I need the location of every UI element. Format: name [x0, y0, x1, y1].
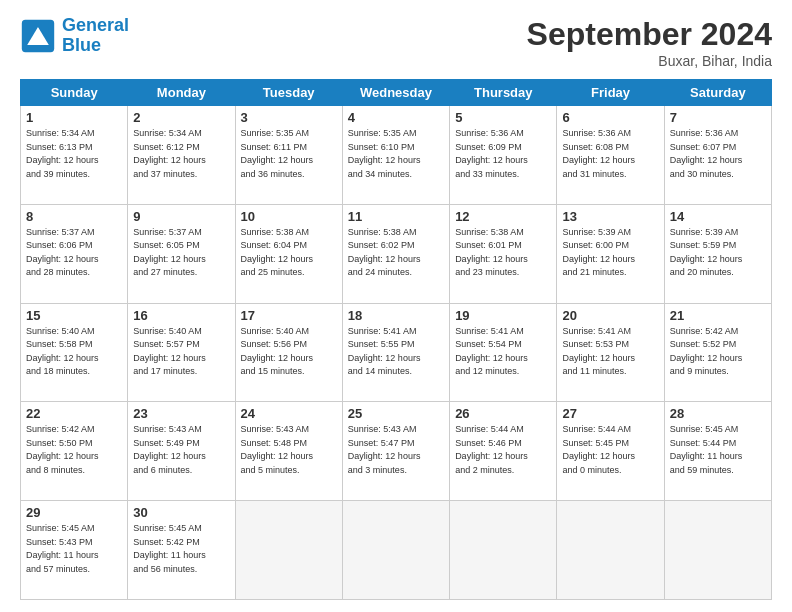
day-number: 15 [26, 308, 122, 323]
logo-icon [20, 18, 56, 54]
day-number: 2 [133, 110, 229, 125]
day-number: 8 [26, 209, 122, 224]
calendar-cell: 17Sunrise: 5:40 AM Sunset: 5:56 PM Dayli… [235, 303, 342, 402]
calendar-cell: 20Sunrise: 5:41 AM Sunset: 5:53 PM Dayli… [557, 303, 664, 402]
calendar: Sunday Monday Tuesday Wednesday Thursday… [20, 79, 772, 600]
day-number: 21 [670, 308, 766, 323]
day-info: Sunrise: 5:44 AM Sunset: 5:46 PM Dayligh… [455, 423, 551, 477]
col-tuesday: Tuesday [235, 80, 342, 106]
calendar-cell: 8Sunrise: 5:37 AM Sunset: 6:06 PM Daylig… [21, 204, 128, 303]
day-number: 26 [455, 406, 551, 421]
page: General Blue September 2024 Buxar, Bihar… [0, 0, 792, 612]
logo-text: General Blue [62, 16, 129, 56]
day-info: Sunrise: 5:43 AM Sunset: 5:48 PM Dayligh… [241, 423, 337, 477]
calendar-cell [342, 501, 449, 600]
day-number: 12 [455, 209, 551, 224]
day-number: 18 [348, 308, 444, 323]
day-info: Sunrise: 5:36 AM Sunset: 6:07 PM Dayligh… [670, 127, 766, 181]
calendar-cell: 7Sunrise: 5:36 AM Sunset: 6:07 PM Daylig… [664, 106, 771, 205]
day-number: 30 [133, 505, 229, 520]
day-info: Sunrise: 5:38 AM Sunset: 6:02 PM Dayligh… [348, 226, 444, 280]
col-thursday: Thursday [450, 80, 557, 106]
day-info: Sunrise: 5:36 AM Sunset: 6:09 PM Dayligh… [455, 127, 551, 181]
day-info: Sunrise: 5:42 AM Sunset: 5:50 PM Dayligh… [26, 423, 122, 477]
calendar-cell: 14Sunrise: 5:39 AM Sunset: 5:59 PM Dayli… [664, 204, 771, 303]
day-info: Sunrise: 5:41 AM Sunset: 5:54 PM Dayligh… [455, 325, 551, 379]
calendar-cell: 27Sunrise: 5:44 AM Sunset: 5:45 PM Dayli… [557, 402, 664, 501]
day-number: 25 [348, 406, 444, 421]
calendar-cell: 19Sunrise: 5:41 AM Sunset: 5:54 PM Dayli… [450, 303, 557, 402]
calendar-cell [557, 501, 664, 600]
day-info: Sunrise: 5:39 AM Sunset: 6:00 PM Dayligh… [562, 226, 658, 280]
day-info: Sunrise: 5:43 AM Sunset: 5:49 PM Dayligh… [133, 423, 229, 477]
day-number: 28 [670, 406, 766, 421]
day-info: Sunrise: 5:44 AM Sunset: 5:45 PM Dayligh… [562, 423, 658, 477]
day-info: Sunrise: 5:40 AM Sunset: 5:57 PM Dayligh… [133, 325, 229, 379]
calendar-cell: 26Sunrise: 5:44 AM Sunset: 5:46 PM Dayli… [450, 402, 557, 501]
day-number: 4 [348, 110, 444, 125]
day-number: 9 [133, 209, 229, 224]
day-info: Sunrise: 5:34 AM Sunset: 6:13 PM Dayligh… [26, 127, 122, 181]
calendar-week-row: 29Sunrise: 5:45 AM Sunset: 5:43 PM Dayli… [21, 501, 772, 600]
day-number: 13 [562, 209, 658, 224]
day-info: Sunrise: 5:41 AM Sunset: 5:53 PM Dayligh… [562, 325, 658, 379]
day-number: 22 [26, 406, 122, 421]
day-number: 29 [26, 505, 122, 520]
day-number: 23 [133, 406, 229, 421]
day-number: 3 [241, 110, 337, 125]
month-title: September 2024 [527, 16, 772, 53]
calendar-cell: 22Sunrise: 5:42 AM Sunset: 5:50 PM Dayli… [21, 402, 128, 501]
day-number: 10 [241, 209, 337, 224]
calendar-cell: 6Sunrise: 5:36 AM Sunset: 6:08 PM Daylig… [557, 106, 664, 205]
day-number: 14 [670, 209, 766, 224]
title-block: September 2024 Buxar, Bihar, India [527, 16, 772, 69]
calendar-cell: 5Sunrise: 5:36 AM Sunset: 6:09 PM Daylig… [450, 106, 557, 205]
day-info: Sunrise: 5:35 AM Sunset: 6:10 PM Dayligh… [348, 127, 444, 181]
calendar-cell: 23Sunrise: 5:43 AM Sunset: 5:49 PM Dayli… [128, 402, 235, 501]
day-number: 11 [348, 209, 444, 224]
logo-blue: Blue [62, 35, 101, 55]
calendar-cell: 11Sunrise: 5:38 AM Sunset: 6:02 PM Dayli… [342, 204, 449, 303]
col-saturday: Saturday [664, 80, 771, 106]
header: General Blue September 2024 Buxar, Bihar… [20, 16, 772, 69]
calendar-week-row: 1Sunrise: 5:34 AM Sunset: 6:13 PM Daylig… [21, 106, 772, 205]
day-info: Sunrise: 5:37 AM Sunset: 6:05 PM Dayligh… [133, 226, 229, 280]
calendar-cell: 9Sunrise: 5:37 AM Sunset: 6:05 PM Daylig… [128, 204, 235, 303]
day-info: Sunrise: 5:40 AM Sunset: 5:56 PM Dayligh… [241, 325, 337, 379]
calendar-cell: 12Sunrise: 5:38 AM Sunset: 6:01 PM Dayli… [450, 204, 557, 303]
calendar-header-row: Sunday Monday Tuesday Wednesday Thursday… [21, 80, 772, 106]
calendar-cell: 18Sunrise: 5:41 AM Sunset: 5:55 PM Dayli… [342, 303, 449, 402]
calendar-cell: 3Sunrise: 5:35 AM Sunset: 6:11 PM Daylig… [235, 106, 342, 205]
calendar-cell: 24Sunrise: 5:43 AM Sunset: 5:48 PM Dayli… [235, 402, 342, 501]
col-sunday: Sunday [21, 80, 128, 106]
calendar-cell: 28Sunrise: 5:45 AM Sunset: 5:44 PM Dayli… [664, 402, 771, 501]
calendar-cell: 21Sunrise: 5:42 AM Sunset: 5:52 PM Dayli… [664, 303, 771, 402]
day-number: 24 [241, 406, 337, 421]
day-number: 7 [670, 110, 766, 125]
logo-general: General [62, 15, 129, 35]
calendar-cell: 13Sunrise: 5:39 AM Sunset: 6:00 PM Dayli… [557, 204, 664, 303]
calendar-cell: 1Sunrise: 5:34 AM Sunset: 6:13 PM Daylig… [21, 106, 128, 205]
day-info: Sunrise: 5:38 AM Sunset: 6:04 PM Dayligh… [241, 226, 337, 280]
day-info: Sunrise: 5:34 AM Sunset: 6:12 PM Dayligh… [133, 127, 229, 181]
calendar-cell [235, 501, 342, 600]
day-number: 5 [455, 110, 551, 125]
day-info: Sunrise: 5:40 AM Sunset: 5:58 PM Dayligh… [26, 325, 122, 379]
day-number: 6 [562, 110, 658, 125]
calendar-cell: 29Sunrise: 5:45 AM Sunset: 5:43 PM Dayli… [21, 501, 128, 600]
calendar-cell: 4Sunrise: 5:35 AM Sunset: 6:10 PM Daylig… [342, 106, 449, 205]
day-number: 20 [562, 308, 658, 323]
col-monday: Monday [128, 80, 235, 106]
day-number: 16 [133, 308, 229, 323]
day-number: 19 [455, 308, 551, 323]
calendar-week-row: 15Sunrise: 5:40 AM Sunset: 5:58 PM Dayli… [21, 303, 772, 402]
day-info: Sunrise: 5:37 AM Sunset: 6:06 PM Dayligh… [26, 226, 122, 280]
col-wednesday: Wednesday [342, 80, 449, 106]
day-info: Sunrise: 5:38 AM Sunset: 6:01 PM Dayligh… [455, 226, 551, 280]
calendar-cell: 15Sunrise: 5:40 AM Sunset: 5:58 PM Dayli… [21, 303, 128, 402]
calendar-cell: 30Sunrise: 5:45 AM Sunset: 5:42 PM Dayli… [128, 501, 235, 600]
calendar-cell: 2Sunrise: 5:34 AM Sunset: 6:12 PM Daylig… [128, 106, 235, 205]
day-number: 27 [562, 406, 658, 421]
calendar-cell [664, 501, 771, 600]
day-info: Sunrise: 5:41 AM Sunset: 5:55 PM Dayligh… [348, 325, 444, 379]
